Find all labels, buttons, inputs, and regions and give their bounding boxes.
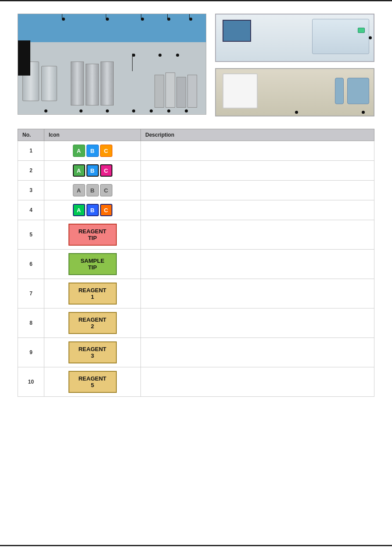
row-icon: A B C (44, 161, 141, 181)
reagent-3-line1: REAGENT (79, 346, 107, 352)
abc-c-gray: C (100, 184, 112, 196)
callout-dot-right-top (369, 36, 372, 40)
reagent-tip-line2: TIP (88, 235, 97, 241)
row-no: 8 (18, 308, 44, 338)
abc-b-bright-blue: B (86, 204, 99, 216)
sample-tip-line1: SAMPLE (80, 258, 104, 264)
row-description (141, 181, 374, 200)
callout-dot-2 (106, 18, 109, 21)
table-row: 2 A B C (18, 161, 374, 181)
row-description (141, 220, 374, 250)
legend-table: No. Icon Description 1 A B C (18, 129, 374, 397)
table-row: 3 A B C (18, 181, 374, 200)
reagent-3-badge: REAGENT 3 (68, 341, 117, 363)
main-instrument-image (18, 14, 206, 115)
abc-icon-set-2: A B C (73, 164, 112, 177)
row-icon: REAGENT 2 (44, 308, 141, 338)
abc-b-blue2: B (86, 164, 99, 177)
reagent-1-line2: 1 (91, 294, 94, 300)
abc-a-gray: A (73, 184, 85, 196)
callout-dot-mid (132, 54, 135, 57)
row-description (141, 200, 374, 220)
callout-vline-1 (62, 14, 62, 19)
row-no: 7 (18, 279, 44, 308)
row-no: 10 (18, 367, 44, 397)
callout-vline-2 (106, 14, 106, 19)
callout-dot-8 (106, 109, 109, 112)
row-no: 3 (18, 181, 44, 200)
abc-b-blue: B (86, 145, 99, 157)
abc-a-bright-green: A (73, 204, 85, 216)
row-description (141, 338, 374, 367)
row-icon: A B C (44, 141, 141, 161)
row-description (141, 279, 374, 308)
callout-dot-6 (44, 109, 47, 112)
table-row: 7 REAGENT 1 (18, 279, 374, 308)
abc-icon-set-3: A B C (73, 184, 112, 196)
reagent-2-line2: 2 (91, 323, 94, 330)
row-description (141, 367, 374, 397)
abc-c-pink2: C (100, 164, 112, 177)
callout-dot-11 (167, 109, 170, 112)
col-desc-header: Description (141, 129, 374, 141)
row-description (141, 308, 374, 338)
callout-dot-mid2 (158, 54, 162, 57)
side-panel (18, 40, 30, 76)
reagent-tip-line1: REAGENT (79, 228, 107, 235)
callout-dot-12 (185, 109, 188, 112)
reagent-5-line2: 5 (91, 382, 94, 388)
reagent-2-line1: REAGENT (79, 316, 107, 323)
reagent-5-badge: REAGENT 5 (68, 371, 117, 393)
callout-dot-3 (141, 18, 144, 21)
table-row: 1 A B C (18, 141, 374, 161)
callout-dot-7 (79, 109, 83, 112)
right-images (215, 14, 374, 116)
row-no: 6 (18, 250, 44, 279)
row-no: 2 (18, 161, 44, 181)
row-icon: REAGENT 5 (44, 367, 141, 397)
callout-dot-9 (132, 109, 135, 112)
images-section (18, 14, 374, 116)
sample-tip-badge: SAMPLE TIP (68, 253, 117, 275)
abc-icon-set-1: A B C (73, 145, 112, 157)
callout-vline-5 (189, 14, 190, 19)
reagent-1-badge: REAGENT 1 (68, 283, 117, 305)
abc-a-green: A (73, 145, 85, 157)
row-icon: REAGENT TIP (44, 220, 141, 250)
abc-c-orange: C (100, 145, 112, 157)
col-no-header: No. (18, 129, 44, 141)
abc-c-bright-orange: C (100, 204, 112, 216)
reagent-tip-badge: REAGENT TIP (68, 224, 117, 246)
col-icon-header: Icon (44, 129, 141, 141)
instrument-front-photo (215, 14, 374, 62)
table-row: 10 REAGENT 5 (18, 367, 374, 397)
table-row: 4 A B C (18, 200, 374, 220)
reagent-1-line1: REAGENT (79, 287, 107, 294)
abc-a-green2: A (73, 164, 85, 177)
callout-dot-1 (62, 18, 65, 21)
table-row: 6 SAMPLE TIP (18, 250, 374, 279)
page-content: No. Icon Description 1 A B C (0, 1, 392, 414)
callout-dot-bottom-left (295, 111, 298, 114)
table-row: 9 REAGENT 3 (18, 338, 374, 367)
row-no: 4 (18, 200, 44, 220)
row-description (141, 141, 374, 161)
table-row: 8 REAGENT 2 (18, 308, 374, 338)
instrument-detail-photo (215, 68, 374, 116)
row-description (141, 250, 374, 279)
reagent-3-line2: 3 (91, 352, 94, 359)
sample-tip-line2: TIP (88, 264, 97, 271)
row-icon: REAGENT 3 (44, 338, 141, 367)
reagent-2-badge: REAGENT 2 (68, 312, 117, 334)
row-icon: A B C (44, 200, 141, 220)
callout-vline-3 (141, 14, 141, 19)
row-no: 9 (18, 338, 44, 367)
row-no: 1 (18, 141, 44, 161)
callout-vline-4 (167, 14, 168, 19)
callout-dot-bottom-right (362, 111, 365, 114)
row-icon: REAGENT 1 (44, 279, 141, 308)
table-row: 5 REAGENT TIP (18, 220, 374, 250)
bottom-rule (0, 545, 392, 546)
row-no: 5 (18, 220, 44, 250)
abc-b-gray: B (86, 184, 99, 196)
